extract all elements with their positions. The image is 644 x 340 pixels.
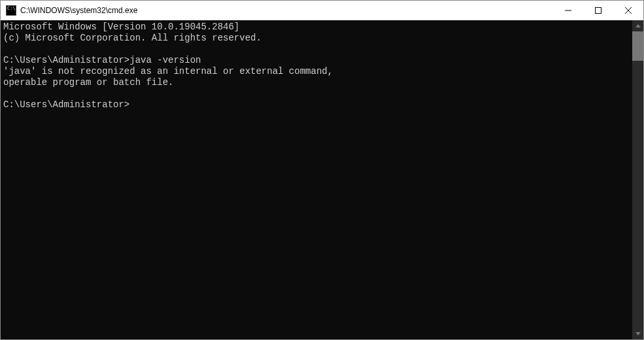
titlebar[interactable]: C:\WINDOWS\system32\cmd.exe: [1, 1, 643, 20]
maximize-icon: [595, 7, 602, 14]
close-icon: [625, 7, 632, 14]
scroll-up-arrow-icon[interactable]: [632, 20, 643, 31]
minimize-icon: [565, 7, 571, 14]
scrollbar-thumb[interactable]: [632, 31, 643, 61]
window-title: C:\WINDOWS\system32\cmd.exe: [20, 6, 553, 15]
vertical-scrollbar[interactable]: [632, 20, 643, 339]
close-button[interactable]: [613, 1, 643, 20]
terminal-output[interactable]: Microsoft Windows [Version 10.0.19045.28…: [1, 20, 632, 339]
maximize-button[interactable]: [583, 1, 613, 20]
window-controls: [553, 1, 643, 20]
svg-rect-1: [596, 8, 602, 14]
cmd-window: C:\WINDOWS\system32\cmd.exe Microsoft Wi: [0, 0, 644, 340]
cmd-icon: [6, 5, 16, 16]
minimize-button[interactable]: [553, 1, 583, 20]
scroll-down-arrow-icon[interactable]: [632, 328, 643, 339]
content-area: Microsoft Windows [Version 10.0.19045.28…: [1, 20, 643, 339]
